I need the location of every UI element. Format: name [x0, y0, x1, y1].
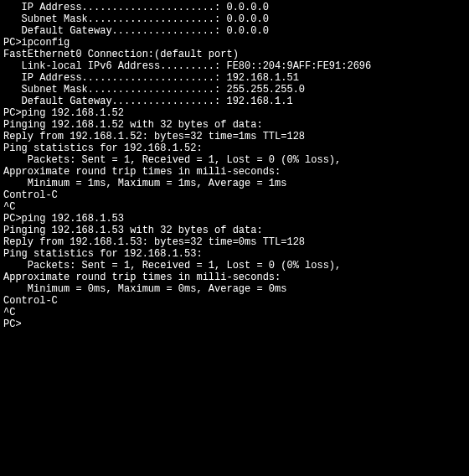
output-line: Ping statistics for 192.168.1.53: [3, 248, 469, 260]
output-line: IP Address......................: 0.0.0.… [3, 2, 469, 13]
output-line: Subnet Mask.....................: 255.25… [3, 84, 469, 96]
output-line: Approximate round trip times in milli-se… [3, 272, 469, 283]
output-line: Control-C [3, 189, 469, 201]
output-line: FastEthernet0 Connection:(default port) [3, 49, 469, 60]
output-line: Link-local IPv6 Address.........: FE80::… [3, 60, 469, 72]
output-line: Default Gateway.................: 192.16… [3, 96, 469, 107]
output-line: Approximate round trip times in milli-se… [3, 166, 469, 178]
terminal-output[interactable]: IP Address......................: 0.0.0.… [3, 2, 469, 330]
output-line: Packets: Sent = 1, Received = 1, Lost = … [3, 154, 469, 166]
output-line: ^C [3, 307, 469, 318]
command-line: PC>ping 192.168.1.52 [3, 107, 469, 119]
output-line: Control-C [3, 295, 469, 307]
command-line: PC>ipconfig [3, 37, 469, 49]
command-line: PC>ping 192.168.1.53 [3, 213, 469, 225]
output-line: Packets: Sent = 1, Received = 1, Lost = … [3, 260, 469, 272]
output-line: Minimum = 1ms, Maximum = 1ms, Average = … [3, 178, 469, 189]
output-line: Reply from 192.168.1.52: bytes=32 time=1… [3, 131, 469, 142]
output-line: Ping statistics for 192.168.1.52: [3, 142, 469, 154]
output-line: Reply from 192.168.1.53: bytes=32 time=0… [3, 236, 469, 248]
output-line: Subnet Mask.....................: 0.0.0.… [3, 13, 469, 25]
output-line: ^C [3, 201, 469, 213]
output-line: IP Address......................: 192.16… [3, 72, 469, 84]
prompt-line[interactable]: PC> [3, 318, 469, 330]
output-line: Minimum = 0ms, Maximum = 0ms, Average = … [3, 283, 469, 295]
output-line: Default Gateway.................: 0.0.0.… [3, 25, 469, 37]
output-line: Pinging 192.168.1.52 with 32 bytes of da… [3, 119, 469, 131]
output-line: Pinging 192.168.1.53 with 32 bytes of da… [3, 225, 469, 236]
